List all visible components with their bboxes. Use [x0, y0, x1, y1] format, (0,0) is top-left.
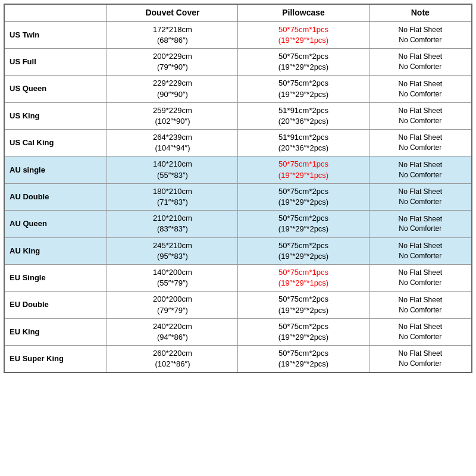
pillow-cell: 50*75cm*2pcs(19″*29″*2pcs) [238, 318, 369, 345]
col-header-label [4, 4, 107, 21]
douvet-cell: 264*239cm(104″*94″) [107, 130, 238, 156]
douvet-cell: 200*200cm(79″*79″) [107, 292, 238, 318]
douvet-cell: 229*229cm(90″*90″) [107, 76, 238, 102]
note-cell: No Flat SheetNo Comforter [369, 76, 472, 102]
pillow-cell: 50*75cm*2pcs(19″*29″*2pcs) [238, 237, 369, 264]
table-row: AU King245*210cm(95″*83″)50*75cm*2pcs(19… [4, 237, 472, 264]
table-container: Douvet Cover Pillowcase Note US Twin172*… [0, 0, 476, 476]
note-cell: No Flat SheetNo Comforter [369, 183, 472, 210]
row-label: US Queen [4, 76, 107, 102]
row-label: EU King [4, 318, 107, 345]
note-cell: No Flat SheetNo Comforter [369, 48, 472, 75]
note-cell: No Flat SheetNo Comforter [369, 264, 472, 291]
row-label: US Cal King [4, 130, 107, 156]
table-row: AU Queen210*210cm(83″*83″)50*75cm*2pcs(1… [4, 211, 472, 237]
row-label: AU Double [4, 183, 107, 210]
douvet-cell: 140*200cm(55″*79″) [107, 264, 238, 291]
note-cell: No Flat SheetNo Comforter [369, 346, 472, 373]
col-header-pillow: Pillowcase [238, 4, 369, 21]
pillow-cell: 50*75cm*2pcs(19″*29″*2pcs) [238, 346, 369, 373]
note-cell: No Flat SheetNo Comforter [369, 237, 472, 264]
table-row: US Full200*229cm(79″*90″)50*75cm*2pcs(19… [4, 48, 472, 75]
douvet-cell: 260*220cm(102″*86″) [107, 346, 238, 373]
pillow-cell: 50*75cm*2pcs(19″*29″*2pcs) [238, 76, 369, 102]
row-label: AU King [4, 237, 107, 264]
row-label: US King [4, 102, 107, 129]
col-header-douvet: Douvet Cover [107, 4, 238, 21]
note-cell: No Flat SheetNo Comforter [369, 292, 472, 318]
douvet-cell: 259*229cm(102″*90″) [107, 102, 238, 129]
pillow-cell: 50*75cm*2pcs(19″*29″*2pcs) [238, 48, 369, 75]
note-cell: No Flat SheetNo Comforter [369, 211, 472, 237]
note-cell: No Flat SheetNo Comforter [369, 156, 472, 183]
note-cell: No Flat SheetNo Comforter [369, 130, 472, 156]
pillow-cell: 50*75cm*1pcs(19″*29″*1pcs) [238, 21, 369, 48]
pillow-cell: 51*91cm*2pcs(20″*36″*2pcs) [238, 102, 369, 129]
note-cell: No Flat SheetNo Comforter [369, 21, 472, 48]
row-label: AU Queen [4, 211, 107, 237]
row-label: US Full [4, 48, 107, 75]
note-cell: No Flat SheetNo Comforter [369, 318, 472, 345]
row-label: AU single [4, 156, 107, 183]
row-label: US Twin [4, 21, 107, 48]
douvet-cell: 140*210cm(55″*83″) [107, 156, 238, 183]
pillow-cell: 50*75cm*2pcs(19″*29″*2pcs) [238, 292, 369, 318]
pillow-cell: 50*75cm*2pcs(19″*29″*2pcs) [238, 211, 369, 237]
col-header-note: Note [369, 4, 472, 21]
douvet-cell: 200*229cm(79″*90″) [107, 48, 238, 75]
size-chart-table: Douvet Cover Pillowcase Note US Twin172*… [4, 4, 472, 373]
table-row: US Queen229*229cm(90″*90″)50*75cm*2pcs(1… [4, 76, 472, 102]
table-row: EU Double200*200cm(79″*79″)50*75cm*2pcs(… [4, 292, 472, 318]
pillow-cell: 51*91cm*2pcs(20″*36″*2pcs) [238, 130, 369, 156]
table-row: EU Super King260*220cm(102″*86″)50*75cm*… [4, 346, 472, 373]
table-row: AU single140*210cm(55″*83″)50*75cm*1pcs(… [4, 156, 472, 183]
row-label: EU Double [4, 292, 107, 318]
table-row: US Twin172*218cm(68″*86″)50*75cm*1pcs(19… [4, 21, 472, 48]
header-row: Douvet Cover Pillowcase Note [4, 4, 472, 21]
douvet-cell: 210*210cm(83″*83″) [107, 211, 238, 237]
douvet-cell: 180*210cm(71″*83″) [107, 183, 238, 210]
table-row: EU Single140*200cm(55″*79″)50*75cm*1pcs(… [4, 264, 472, 291]
table-row: US King259*229cm(102″*90″)51*91cm*2pcs(2… [4, 102, 472, 129]
table-row: US Cal King264*239cm(104″*94″)51*91cm*2p… [4, 130, 472, 156]
row-label: EU Super King [4, 346, 107, 373]
douvet-cell: 245*210cm(95″*83″) [107, 237, 238, 264]
table-row: EU King240*220cm(94″*86″)50*75cm*2pcs(19… [4, 318, 472, 345]
pillow-cell: 50*75cm*1pcs(19″*29″*1pcs) [238, 264, 369, 291]
douvet-cell: 240*220cm(94″*86″) [107, 318, 238, 345]
douvet-cell: 172*218cm(68″*86″) [107, 21, 238, 48]
pillow-cell: 50*75cm*2pcs(19″*29″*2pcs) [238, 183, 369, 210]
row-label: EU Single [4, 264, 107, 291]
note-cell: No Flat SheetNo Comforter [369, 102, 472, 129]
table-row: AU Double180*210cm(71″*83″)50*75cm*2pcs(… [4, 183, 472, 210]
pillow-cell: 50*75cm*1pcs(19″*29″*1pcs) [238, 156, 369, 183]
